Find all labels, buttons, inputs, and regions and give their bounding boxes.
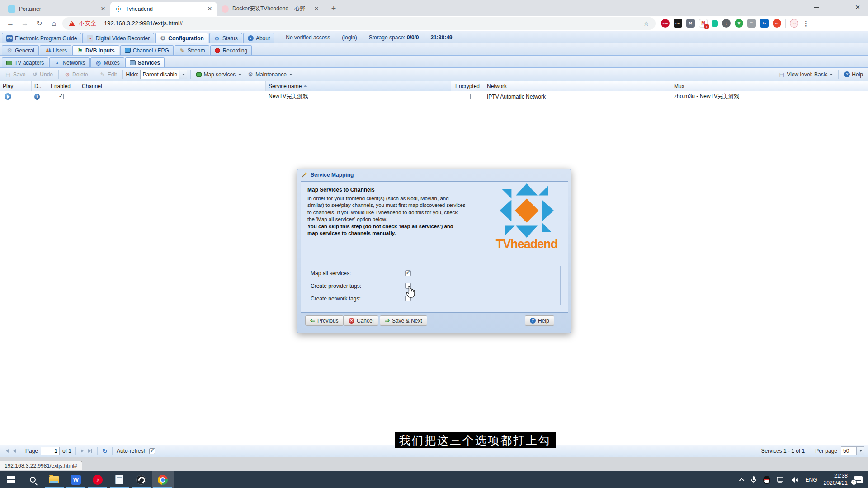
- tab-about[interactable]: About: [243, 33, 274, 43]
- tab-dvb-inputs[interactable]: DVB Inputs: [72, 45, 119, 55]
- tab-general[interactable]: General: [2, 45, 39, 55]
- tab-electronic-program-guide[interactable]: Electronic Program Guide: [2, 33, 81, 43]
- tab-stream[interactable]: Stream: [175, 45, 210, 55]
- login-link[interactable]: (login): [342, 34, 357, 41]
- browser-tab-tvheadend[interactable]: Tvheadend ✕: [110, 2, 217, 16]
- details-info-icon[interactable]: i: [34, 94, 40, 100]
- chrome-button[interactable]: [152, 471, 174, 488]
- column-header-network[interactable]: Network: [484, 81, 671, 91]
- linkedin-icon[interactable]: in: [760, 19, 769, 28]
- x-extension-icon[interactable]: ✕: [686, 19, 695, 28]
- taskbar-search-button[interactable]: [22, 471, 43, 488]
- tab-networks[interactable]: Networks: [49, 57, 90, 67]
- not-secure-warning-icon[interactable]: [69, 21, 75, 26]
- url-text[interactable]: 192.168.3.22:9981/extjs.html#: [104, 20, 183, 27]
- url-field[interactable]: 不安全 192.168.3.22:9981/extjs.html# ☆: [62, 17, 656, 30]
- previous-button[interactable]: ⇐Previous: [305, 315, 344, 326]
- enabled-checkbox[interactable]: [58, 94, 64, 99]
- first-page-button[interactable]: [4, 448, 9, 454]
- tab-services[interactable]: Services: [125, 57, 165, 67]
- previous-page-button[interactable]: [12, 448, 17, 454]
- edit-button[interactable]: Edit: [97, 70, 119, 79]
- not-secure-label[interactable]: 不安全: [79, 19, 96, 28]
- tab-status[interactable]: Status: [209, 33, 242, 43]
- file-explorer-button[interactable]: [43, 471, 65, 488]
- dropdown-arrow-icon[interactable]: [856, 447, 864, 455]
- save-button[interactable]: Save: [3, 70, 28, 79]
- notepad-button[interactable]: [108, 471, 130, 488]
- pig-extension-icon[interactable]: ω: [790, 19, 798, 28]
- cancel-button[interactable]: ✕Cancel: [344, 315, 378, 326]
- hide-dropdown[interactable]: Parent disable: [140, 70, 187, 79]
- column-header-channel[interactable]: Channel: [79, 81, 266, 91]
- tab-configuration[interactable]: Configuration: [155, 33, 208, 43]
- tab-recording[interactable]: Recording: [210, 45, 252, 55]
- page-number-input[interactable]: [41, 447, 60, 455]
- volume-icon[interactable]: [791, 476, 799, 483]
- column-header-encrypted[interactable]: Encrypted: [451, 81, 484, 91]
- dialog-header[interactable]: Service Mapping: [297, 169, 571, 181]
- column-header-service-name[interactable]: Service name: [266, 81, 451, 91]
- dropdown-arrow-icon[interactable]: [179, 70, 187, 79]
- last-page-button[interactable]: [87, 448, 93, 454]
- input-language-indicator[interactable]: ENG: [806, 477, 817, 483]
- qq-tray-icon[interactable]: [763, 476, 770, 484]
- column-header-mux[interactable]: Mux: [671, 81, 862, 91]
- home-icon[interactable]: ⌂: [48, 18, 60, 29]
- start-button[interactable]: [0, 471, 22, 488]
- tab-users[interactable]: Users: [40, 45, 71, 55]
- help-button[interactable]: Help: [842, 70, 865, 79]
- chevron-up-icon[interactable]: [739, 478, 744, 483]
- tab-muxes[interactable]: Muxes: [90, 57, 124, 67]
- wps-button[interactable]: W: [65, 471, 87, 488]
- undo-button[interactable]: Undo: [29, 70, 55, 79]
- browser-tab-portainer[interactable]: Portainer ✕: [4, 2, 110, 16]
- auto-refresh-checkbox[interactable]: [149, 448, 155, 454]
- dialog-help-button[interactable]: Help: [525, 315, 554, 326]
- netease-music-button[interactable]: ♪: [87, 471, 108, 488]
- new-tab-button[interactable]: +: [327, 2, 340, 15]
- dark-reader-icon[interactable]: oo: [674, 19, 682, 28]
- tab-tv-adapters[interactable]: TV adapters: [2, 57, 48, 67]
- downloader-icon[interactable]: ↓: [722, 19, 731, 28]
- tab-close-icon[interactable]: ✕: [99, 5, 107, 13]
- next-page-button[interactable]: [80, 448, 85, 454]
- network-icon[interactable]: [777, 476, 785, 483]
- delete-button[interactable]: Delete: [62, 70, 90, 79]
- adblock-plus-icon[interactable]: ABP: [661, 19, 670, 28]
- minimize-button[interactable]: [806, 0, 826, 14]
- bookmark-star-icon[interactable]: ☆: [643, 19, 649, 28]
- reload-icon[interactable]: ↻: [33, 18, 45, 29]
- close-button[interactable]: ✕: [847, 0, 868, 14]
- forward-icon[interactable]: →: [19, 18, 31, 29]
- taskbar-clock[interactable]: 21:38 2020/4/21: [824, 473, 848, 487]
- back-icon[interactable]: ←: [5, 18, 16, 29]
- tab-close-icon[interactable]: ✕: [313, 5, 320, 13]
- maintenance-button[interactable]: Maintenance: [245, 70, 294, 79]
- tab-digital-video-recorder[interactable]: Digital Video Recorder: [82, 33, 154, 43]
- action-center-icon[interactable]: 1: [854, 476, 863, 483]
- play-icon[interactable]: [5, 93, 11, 100]
- browser-tab-docker-blog[interactable]: Docker安装TVheadend – 心野 ✕: [217, 2, 324, 16]
- tab-close-icon[interactable]: ✕: [206, 5, 213, 13]
- map-services-button[interactable]: Map services: [194, 70, 243, 79]
- microphone-icon[interactable]: [750, 476, 757, 484]
- save-and-next-button[interactable]: ⇒Save & Next: [380, 315, 427, 326]
- refresh-icon[interactable]: [102, 448, 108, 454]
- green-extension-icon[interactable]: [712, 20, 718, 27]
- idm-icon[interactable]: ▼: [735, 19, 743, 28]
- maximize-button[interactable]: [826, 0, 847, 14]
- tab-channel-epg[interactable]: Channel / EPG: [120, 45, 174, 55]
- gmail-icon[interactable]: M1: [699, 19, 708, 28]
- table-row[interactable]: i NewTV完美游戏 IPTV Automatic Network zho.m…: [0, 91, 868, 102]
- browser-menu-icon[interactable]: ⋮: [802, 19, 807, 28]
- view-level-button[interactable]: View level: Basic: [776, 70, 835, 79]
- column-header-enabled[interactable]: Enabled: [42, 81, 79, 91]
- obs-button[interactable]: [130, 471, 152, 488]
- column-header-details[interactable]: D..: [32, 81, 42, 91]
- map-all-services-checkbox[interactable]: [405, 270, 411, 276]
- column-header-play[interactable]: Play: [0, 81, 32, 91]
- card-extension-icon[interactable]: ≡: [747, 19, 756, 28]
- infinity-extension-icon[interactable]: ∞: [773, 19, 781, 28]
- per-page-dropdown[interactable]: 50: [841, 446, 864, 455]
